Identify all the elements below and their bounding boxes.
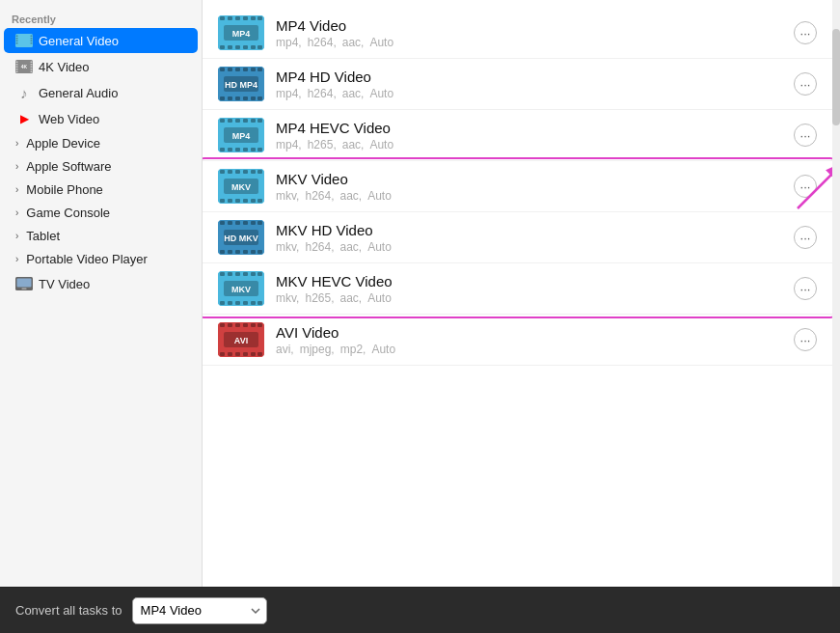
format-tag: mp2, (340, 343, 366, 356)
sidebar-item-portable-video-player[interactable]: ›Portable Video Player (4, 248, 198, 270)
svg-rect-70 (243, 148, 248, 151)
svg-rect-88 (251, 199, 256, 203)
format-item-avi-video[interactable]: AVI AVI Video avi,mjpeg,mp2,Auto ··· (203, 315, 832, 366)
format-tags-mp4-video: mp4,h264,aac,Auto (276, 36, 782, 49)
svg-rect-84 (220, 199, 225, 203)
svg-rect-44 (228, 68, 232, 71)
svg-rect-123 (257, 301, 262, 305)
svg-rect-54 (251, 96, 256, 100)
svg-rect-127 (218, 322, 264, 327)
svg-rect-85 (228, 199, 232, 203)
format-tags-mkv-video: mkv,h264,aac,Auto (276, 189, 782, 203)
sidebar-item-apple-software[interactable]: ›Apple Software (4, 155, 198, 178)
sidebar-item-4k-video[interactable]: 4K4K Video (4, 54, 198, 79)
sidebar-item-tv-video[interactable]: TV Video (4, 271, 198, 296)
svg-rect-31 (257, 16, 262, 20)
convert-select[interactable]: MP4 VideoMP4 HD VideoMKV VideoAVI Video (132, 597, 267, 624)
sidebar-item-apple-device[interactable]: ›Apple Device (4, 132, 198, 154)
svg-text:MKV: MKV (231, 182, 251, 192)
svg-rect-45 (235, 68, 240, 71)
sidebar-item-label-general-audio: General Audio (39, 86, 118, 100)
format-tag: mjpeg, (300, 343, 335, 356)
format-icon-mkv-hevc-video: MKV (218, 271, 264, 306)
sidebar-item-label-apple-software: Apple Software (26, 159, 111, 174)
format-tag: h265, (305, 291, 334, 305)
svg-rect-130 (235, 323, 240, 327)
svg-rect-50 (220, 96, 225, 100)
more-button-mp4-hevc-video[interactable]: ··· (794, 124, 817, 147)
svg-rect-99 (257, 221, 262, 225)
svg-text:MP4: MP4 (232, 29, 251, 39)
format-item-mkv-hd-video[interactable]: HD MKV MKV HD Video mkv,h264,aac,Auto ··… (203, 212, 832, 263)
format-tag: h264, (308, 87, 337, 100)
format-tags-avi-video: avi,mjpeg,mp2,Auto (276, 343, 782, 356)
svg-rect-0 (15, 34, 33, 47)
format-icon-mp4-hd-video: HD MP4 (218, 67, 264, 101)
svg-rect-113 (235, 272, 240, 276)
format-item-mp4-video[interactable]: MP4 MP4 Video mp4,h264,aac,Auto ··· (203, 8, 832, 59)
more-button-mkv-hevc-video[interactable]: ··· (794, 277, 817, 300)
format-name-mp4-hd-video: MP4 HD Video (276, 69, 782, 85)
sidebar-item-web-video[interactable]: ▶Web Video (4, 106, 198, 131)
svg-rect-115 (251, 272, 256, 276)
sidebar-item-label-mobile-phone: Mobile Phone (26, 182, 103, 197)
format-tag: mp4, (276, 36, 302, 49)
svg-rect-13 (16, 69, 18, 70)
web-video-icon: ▶ (15, 110, 33, 127)
format-name-mkv-hd-video: MKV HD Video (276, 222, 782, 238)
svg-rect-23 (22, 289, 27, 290)
format-item-mp4-hd-video[interactable]: HD MP4 MP4 HD Video mp4,h264,aac,Auto ··… (203, 59, 832, 110)
more-button-mp4-hd-video[interactable]: ··· (794, 72, 817, 96)
svg-rect-129 (228, 323, 232, 327)
sidebar-item-game-console[interactable]: ›Game Console (4, 202, 198, 224)
svg-rect-60 (220, 119, 225, 123)
svg-rect-4 (16, 42, 18, 44)
format-tag: aac, (342, 87, 365, 100)
svg-rect-32 (218, 45, 264, 50)
sidebar-item-label-general-video: General Video (39, 34, 119, 48)
format-item-mkv-hevc-video[interactable]: MKV MKV HEVC Video mkv,h265,aac,Auto ··· (203, 263, 832, 315)
svg-rect-86 (235, 199, 240, 203)
format-icon-avi-video: AVI (218, 322, 264, 357)
sidebar-item-mobile-phone[interactable]: ›Mobile Phone (4, 179, 198, 201)
more-button-mp4-video[interactable]: ··· (794, 21, 817, 44)
svg-rect-138 (243, 352, 248, 356)
scrollbar-track[interactable] (832, 0, 840, 587)
format-tags-mkv-hevc-video: mkv,h265,aac,Auto (276, 291, 782, 305)
format-tag: mkv, (276, 240, 299, 254)
format-icon-mkv-video: MKV (218, 169, 264, 204)
more-button-avi-video[interactable]: ··· (794, 328, 817, 351)
more-button-mkv-hd-video[interactable]: ··· (794, 226, 817, 249)
format-tag: mkv, (276, 189, 299, 203)
sidebar-item-label-tv-video: TV Video (39, 277, 90, 291)
format-list: MP4 MP4 Video mp4,h264,aac,Auto ··· HD M… (203, 0, 832, 587)
sidebar-item-general-audio[interactable]: ♪General Audio (4, 80, 198, 105)
svg-rect-18 (31, 69, 33, 70)
format-item-mp4-hevc-video[interactable]: MP4 MP4 HEVC Video mp4,h265,aac,Auto ··· (203, 110, 832, 161)
sidebar: Recently General Video4K4K Video♪General… (0, 0, 203, 587)
sidebar-item-tablet[interactable]: ›Tablet (4, 225, 198, 247)
format-tag: h264, (305, 189, 334, 203)
more-button-mkv-video[interactable]: ··· (794, 175, 817, 198)
format-name-mkv-hevc-video: MKV HEVC Video (276, 273, 782, 289)
svg-rect-17 (31, 67, 33, 69)
format-item-mkv-video[interactable]: MKV MKV Video mkv,h264,aac,Auto ··· (203, 161, 832, 212)
format-tag: Auto (371, 343, 395, 356)
svg-rect-105 (251, 250, 256, 254)
svg-text:MP4: MP4 (232, 131, 251, 141)
scrollbar-thumb[interactable] (832, 29, 840, 125)
svg-text:4K: 4K (21, 64, 28, 69)
svg-rect-69 (235, 148, 240, 151)
convert-label: Convert all tasks to (15, 603, 122, 618)
svg-rect-53 (243, 96, 248, 100)
svg-rect-29 (243, 16, 248, 20)
svg-rect-28 (235, 16, 240, 20)
format-tag: Auto (367, 240, 392, 254)
svg-rect-140 (257, 352, 262, 356)
svg-rect-11 (16, 64, 18, 66)
svg-rect-131 (243, 323, 248, 327)
format-tags-mp4-hd-video: mp4,h264,aac,Auto (276, 87, 782, 100)
sidebar-item-general-video[interactable]: General Video (4, 28, 198, 53)
format-info-mp4-hevc-video: MP4 HEVC Video mp4,h265,aac,Auto (276, 120, 782, 151)
svg-rect-27 (228, 16, 232, 20)
